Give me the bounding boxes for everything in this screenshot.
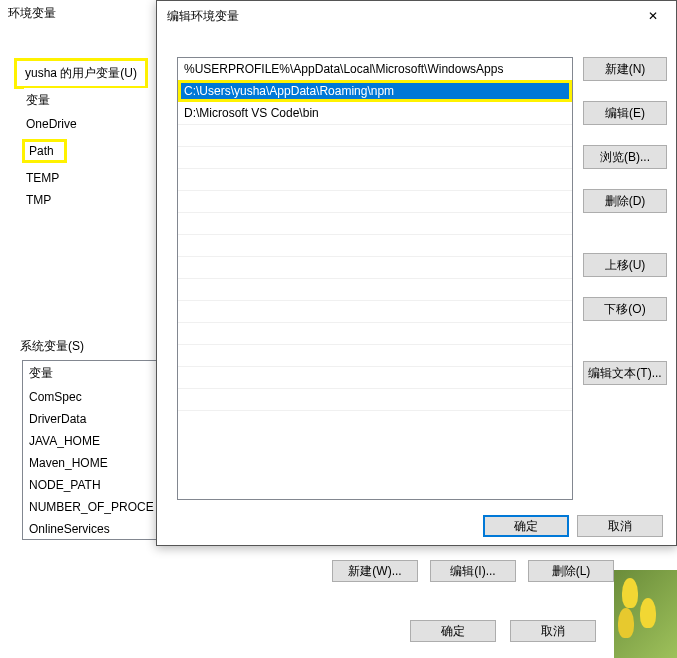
move-down-button[interactable]: 下移(O)	[583, 297, 667, 321]
child-ok-cancel-row: 确定 取消	[483, 515, 663, 537]
empty-row[interactable]	[178, 168, 572, 190]
empty-row[interactable]	[178, 234, 572, 256]
child-titlebar[interactable]: 编辑环境变量 ✕	[157, 1, 676, 31]
path-entry-row[interactable]: D:\Microsoft VS Code\bin	[178, 102, 572, 124]
sys-delete-button[interactable]: 删除(L)	[528, 560, 614, 582]
edit-button[interactable]: 编辑(E)	[583, 101, 667, 125]
parent-ok-cancel-row: 确定 取消	[410, 620, 596, 642]
empty-row[interactable]	[178, 300, 572, 322]
sys-vars-section-label: 系统变量(S)	[20, 338, 84, 355]
sys-edit-button[interactable]: 编辑(I)...	[430, 560, 516, 582]
parent-cancel-button[interactable]: 取消	[510, 620, 596, 642]
empty-row[interactable]	[178, 388, 572, 410]
edit-env-var-dialog: 编辑环境变量 ✕ %USERPROFILE%\AppData\Local\Mic…	[156, 0, 677, 546]
empty-row[interactable]	[178, 146, 572, 168]
empty-row[interactable]	[178, 124, 572, 146]
empty-row[interactable]	[178, 190, 572, 212]
cancel-button[interactable]: 取消	[577, 515, 663, 537]
user-vars-list[interactable]: 变量 OneDrive Path TEMP TMP	[24, 88, 154, 211]
user-vars-section-label: yusha 的用户变量(U)	[14, 58, 148, 89]
user-var-item[interactable]: OneDrive	[24, 113, 154, 135]
close-icon: ✕	[648, 9, 658, 23]
highlighted-path-label: Path	[22, 139, 67, 163]
empty-row[interactable]	[178, 366, 572, 388]
empty-row[interactable]	[178, 278, 572, 300]
empty-row[interactable]	[178, 212, 572, 234]
side-button-column: 新建(N) 编辑(E) 浏览(B)... 删除(D) 上移(U) 下移(O) 编…	[583, 57, 667, 385]
user-vars-header-col: 变量	[24, 88, 154, 113]
delete-button[interactable]: 删除(D)	[583, 189, 667, 213]
empty-row[interactable]	[178, 344, 572, 366]
parent-ok-button[interactable]: 确定	[410, 620, 496, 642]
path-entries-listbox[interactable]: %USERPROFILE%\AppData\Local\Microsoft\Wi…	[177, 57, 573, 500]
close-button[interactable]: ✕	[630, 1, 676, 31]
child-dialog-title: 编辑环境变量	[167, 8, 239, 25]
empty-row[interactable]	[178, 256, 572, 278]
user-var-item[interactable]: TEMP	[24, 167, 154, 189]
browse-button[interactable]: 浏览(B)...	[583, 145, 667, 169]
edit-text-button[interactable]: 编辑文本(T)...	[583, 361, 667, 385]
sys-new-button[interactable]: 新建(W)...	[332, 560, 418, 582]
sys-var-button-row: 新建(W)... 编辑(I)... 删除(L)	[332, 560, 614, 582]
new-button[interactable]: 新建(N)	[583, 57, 667, 81]
move-up-button[interactable]: 上移(U)	[583, 253, 667, 277]
path-entry-row-selected[interactable]: C:\Users\yusha\AppData\Roaming\npm	[178, 80, 572, 102]
path-entry-row[interactable]: %USERPROFILE%\AppData\Local\Microsoft\Wi…	[178, 58, 572, 80]
empty-row[interactable]	[178, 322, 572, 344]
user-var-item-path[interactable]: Path	[24, 135, 154, 167]
user-var-item[interactable]: TMP	[24, 189, 154, 211]
empty-row[interactable]	[178, 410, 572, 432]
ok-button[interactable]: 确定	[483, 515, 569, 537]
desktop-photo-fragment	[614, 570, 677, 658]
